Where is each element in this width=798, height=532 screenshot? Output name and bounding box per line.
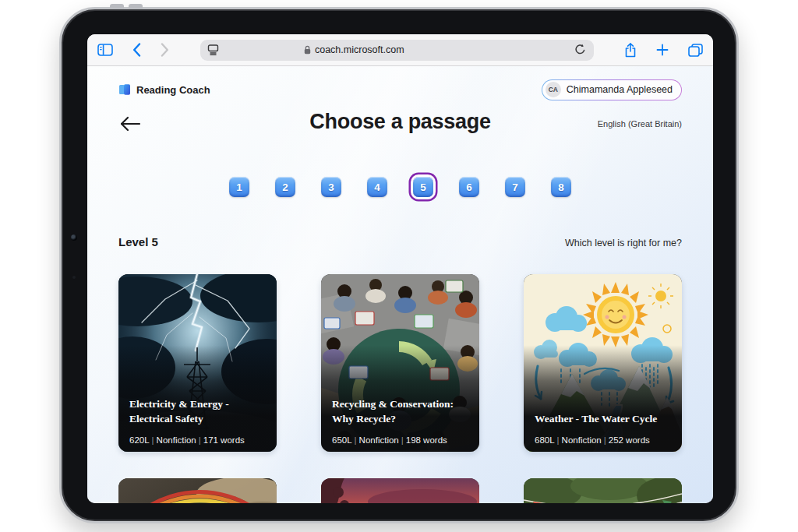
meta-separator: | bbox=[150, 435, 157, 445]
reload-icon[interactable] bbox=[574, 44, 586, 56]
passage-card-festival-partial[interactable] bbox=[524, 478, 682, 503]
meta-separator: | bbox=[196, 435, 203, 445]
meta-separator: | bbox=[555, 435, 562, 445]
user-account-pill[interactable]: CA Chimamanda Appleseed bbox=[542, 79, 682, 100]
sensor-dot bbox=[72, 276, 76, 279]
level-button-label: 2 bbox=[282, 181, 288, 193]
card-meta: 680L|Nonfiction|252 words bbox=[535, 435, 676, 445]
word-count: 252 words bbox=[609, 435, 650, 445]
address-bar[interactable]: coach.microsoft.com bbox=[200, 40, 594, 61]
back-navigation-icon[interactable] bbox=[132, 43, 141, 57]
genre: Nonfiction bbox=[359, 435, 399, 445]
level-button-7[interactable]: 7 bbox=[505, 177, 525, 197]
level-heading: Level 5 bbox=[118, 235, 158, 248]
level-button-label: 5 bbox=[420, 181, 426, 193]
lexile-level: 620L bbox=[129, 435, 150, 445]
safari-toolbar: coach.microsoft.com bbox=[87, 34, 713, 66]
card-text-block: Recycling & Conservation: Why Recycle? 6… bbox=[332, 397, 473, 445]
level-button-4[interactable]: 4 bbox=[367, 177, 387, 197]
level-help-link[interactable]: Which level is right for me? bbox=[565, 238, 682, 248]
meta-separator: | bbox=[399, 435, 406, 445]
level-section-row: Level 5 Which level is right for me? bbox=[118, 235, 682, 248]
screen: coach.microsoft.com bbox=[87, 34, 713, 503]
passage-cards-row-partial bbox=[118, 478, 682, 503]
level-button-label: 3 bbox=[328, 181, 334, 193]
genre: Nonfiction bbox=[157, 435, 196, 445]
festival-crowd-image bbox=[524, 478, 682, 503]
card-meta: 650L|Nonfiction|198 words bbox=[332, 435, 473, 445]
card-title: Electricity & Energy - Electrical Safety bbox=[129, 397, 270, 427]
sunset-clouds-image bbox=[321, 478, 479, 503]
word-count: 198 words bbox=[406, 435, 447, 445]
lexile-level: 650L bbox=[332, 435, 352, 445]
share-icon[interactable] bbox=[624, 43, 637, 58]
card-text-block: Weather - The Water Cycle 680L|Nonfictio… bbox=[535, 412, 676, 445]
level-button-label: 7 bbox=[512, 181, 518, 193]
volume-down-button bbox=[129, 4, 143, 9]
toolbar-left-group bbox=[97, 43, 169, 57]
card-title: Weather - The Water Cycle bbox=[535, 412, 676, 427]
title-row: Choose a passage English (Great Britain) bbox=[118, 110, 682, 138]
level-button-6[interactable]: 6 bbox=[459, 177, 479, 197]
meta-separator: | bbox=[352, 435, 359, 445]
card-meta: 620L|Nonfiction|171 words bbox=[129, 435, 270, 445]
url-text: coach.microsoft.com bbox=[315, 44, 404, 55]
sidebar-toggle-icon[interactable] bbox=[97, 44, 113, 56]
tls-lock-icon bbox=[304, 45, 311, 55]
new-tab-icon[interactable] bbox=[656, 44, 669, 56]
ipad-device-frame: coach.microsoft.com bbox=[59, 7, 739, 523]
app-header-row: Reading Coach CA Chimamanda Appleseed bbox=[118, 79, 682, 100]
forward-navigation-icon[interactable] bbox=[161, 43, 169, 57]
rainbow-storm-image bbox=[118, 478, 277, 503]
lexile-level: 680L bbox=[535, 435, 555, 445]
toolbar-right-group bbox=[624, 43, 703, 58]
screenshot-stage: coach.microsoft.com bbox=[0, 0, 798, 532]
level-button-label: 6 bbox=[466, 181, 472, 193]
genre: Nonfiction bbox=[562, 435, 602, 445]
page-title: Choose a passage bbox=[309, 110, 490, 134]
level-selector: 1 2 3 4 5 6 7 8 bbox=[118, 177, 682, 197]
level-button-label: 8 bbox=[558, 181, 564, 193]
card-text-block: Electricity & Energy - Electrical Safety… bbox=[129, 397, 270, 445]
avatar: CA bbox=[546, 82, 561, 97]
level-button-5-selected[interactable]: 5 bbox=[413, 177, 433, 197]
level-button-1[interactable]: 1 bbox=[229, 177, 249, 197]
level-button-label: 4 bbox=[374, 181, 380, 193]
user-name: Chimamanda Appleseed bbox=[567, 84, 673, 95]
meta-separator: | bbox=[602, 435, 609, 445]
passage-cards-row: Electricity & Energy - Electrical Safety… bbox=[118, 274, 682, 452]
passage-card-rainbow-partial[interactable] bbox=[118, 478, 277, 503]
passage-card-weather[interactable]: Weather - The Water Cycle 680L|Nonfictio… bbox=[524, 274, 682, 452]
level-button-3[interactable]: 3 bbox=[321, 177, 341, 197]
passage-card-electricity[interactable]: Electricity & Energy - Electrical Safety… bbox=[118, 274, 277, 452]
level-button-label: 1 bbox=[236, 181, 242, 193]
reading-coach-page: Reading Coach CA Chimamanda Appleseed bbox=[87, 66, 713, 503]
level-button-2[interactable]: 2 bbox=[275, 177, 295, 197]
page-format-icon[interactable] bbox=[207, 44, 219, 55]
app-brand: Reading Coach bbox=[118, 83, 210, 96]
volume-up-button bbox=[110, 4, 124, 9]
card-title: Recycling & Conservation: Why Recycle? bbox=[332, 397, 473, 427]
language-label: English (Great Britain) bbox=[598, 119, 682, 129]
reading-coach-logo-icon bbox=[118, 83, 131, 96]
passage-card-recycling[interactable]: Recycling & Conservation: Why Recycle? 6… bbox=[321, 274, 479, 452]
back-arrow-icon[interactable] bbox=[118, 115, 142, 132]
level-button-8[interactable]: 8 bbox=[551, 177, 571, 197]
app-name: Reading Coach bbox=[136, 84, 210, 96]
tab-overview-icon[interactable] bbox=[688, 44, 703, 57]
word-count: 171 words bbox=[203, 435, 245, 445]
passage-card-sunset-partial[interactable] bbox=[321, 478, 479, 503]
front-camera bbox=[71, 234, 77, 241]
url-text-group: coach.microsoft.com bbox=[304, 44, 404, 55]
